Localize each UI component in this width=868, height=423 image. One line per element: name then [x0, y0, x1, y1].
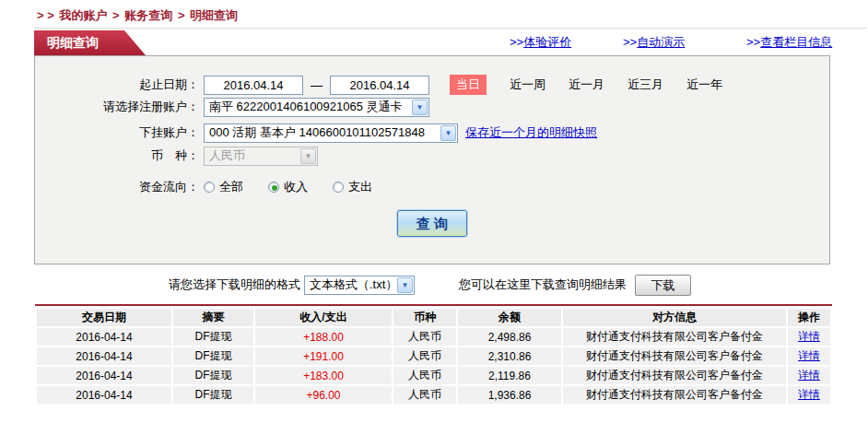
cell-balance: 2,119.86	[458, 367, 561, 384]
cell-action: 详情	[788, 386, 830, 404]
chevron-down-icon[interactable]: ▼	[440, 125, 456, 141]
currency-row: 币 种： 人民币 ▼	[35, 146, 829, 166]
transactions-tbody: 2016-04-14DF提现+188.00人民币2,498.86财付通支付科技有…	[37, 328, 830, 404]
query-button[interactable]: 查 询	[397, 210, 467, 237]
cell-balance: 2,310.86	[458, 347, 561, 365]
table-row: 2016-04-14DF提现+188.00人民币2,498.86财付通支付科技有…	[37, 328, 830, 346]
cell-action: 详情	[788, 328, 830, 346]
cell-action: 详情	[788, 347, 830, 365]
date-from-input[interactable]	[204, 76, 303, 95]
cell-amount: +183.00	[255, 367, 392, 384]
quick-link-year[interactable]: 近一年	[686, 76, 722, 93]
quick-link-three-months[interactable]: 近三月	[628, 76, 663, 93]
date-separator: —	[311, 78, 323, 92]
today-badge[interactable]: 当日	[450, 75, 487, 95]
cell-amount: +191.00	[255, 347, 392, 365]
cell-balance: 1,936.86	[458, 386, 561, 404]
download-button[interactable]: 下载	[635, 275, 691, 296]
flow-direction-label: 资金流向：	[35, 179, 199, 195]
breadcrumb-item-my-account[interactable]: 我的账户	[59, 8, 107, 22]
link-experience-review[interactable]: >>体验评价	[510, 34, 571, 51]
cell-currency: 人民币	[393, 347, 456, 365]
cell-currency: 人民币	[393, 328, 456, 346]
register-account-select[interactable]: 南平 6222001406100921065 灵通卡 ▼	[204, 98, 429, 117]
link-prefix: >>	[746, 35, 760, 49]
cell-amount: +188.00	[255, 328, 392, 346]
breadcrumb-item-detail-query[interactable]: 明细查询	[190, 8, 238, 22]
link-label: 自动演示	[637, 35, 685, 49]
link-label: 查看栏目信息	[760, 35, 832, 49]
flow-direction-row: 资金流向： 全部 收入 支出	[35, 177, 829, 197]
sub-account-select[interactable]: 000 活期 基本户 1406600101102571848 ▼	[204, 123, 458, 143]
detail-link[interactable]: 详情	[798, 330, 820, 343]
table-row: 2016-04-14DF提现+183.00人民币2,119.86财付通支付科技有…	[37, 367, 830, 384]
breadcrumb: > > 我的账户 > 账务查询 > 明细查询	[37, 7, 240, 24]
cell-date: 2016-04-14	[37, 386, 171, 404]
cell-counterparty: 财付通支付科技有限公司客户备付金	[563, 386, 786, 404]
flow-option-all-label[interactable]: 全部	[219, 179, 243, 195]
breadcrumb-item-account-query[interactable]: 账务查询	[124, 8, 172, 22]
cell-date: 2016-04-14	[37, 347, 171, 365]
cell-summary: DF提现	[173, 386, 253, 404]
col-transaction-date: 交易日期	[37, 309, 171, 326]
detail-query-page: > > 我的账户 > 账务查询 > 明细查询 明细查询 >>体验评价 >>自动演…	[0, 0, 868, 423]
flow-radio[interactable]	[333, 182, 344, 193]
query-form-panel: 起止日期： — 当日 近一周 近一月 近三月 近一年 请选择注册账户： 南平 6…	[34, 55, 830, 264]
flow-radio-group: 全部 收入 支出	[204, 179, 397, 195]
table-row: 2016-04-14DF提现+191.00人民币2,310.86财付通支付科技有…	[37, 347, 830, 365]
cell-counterparty: 财付通支付科技有限公司客户备付金	[563, 328, 786, 346]
col-income-expense: 收入/支出	[255, 309, 392, 326]
currency-value: 人民币	[209, 147, 297, 164]
cell-summary: DF提现	[173, 347, 253, 365]
link-prefix: >>	[510, 35, 523, 49]
breadcrumb-prefix: > >	[37, 8, 54, 22]
link-prefix: >>	[623, 35, 637, 49]
register-account-value: 南平 6222001406100921065 灵通卡	[209, 99, 408, 115]
quick-link-month[interactable]: 近一月	[569, 76, 604, 93]
detail-link[interactable]: 详情	[798, 388, 820, 401]
cell-currency: 人民币	[393, 367, 456, 384]
download-format-value: 文本格式（.txt）	[310, 276, 393, 293]
breadcrumb-separator: >	[178, 8, 185, 22]
flow-radio[interactable]	[268, 182, 279, 193]
download-hint: 您可以在这里下载查询明细结果	[459, 276, 627, 293]
table-row: 2016-04-14DF提现+96.00人民币1,936.86财付通支付科技有限…	[37, 386, 830, 404]
cell-balance: 2,498.86	[458, 328, 561, 346]
link-auto-demo[interactable]: >>自动演示	[623, 34, 685, 51]
cell-date: 2016-04-14	[37, 328, 171, 346]
col-action: 操作	[788, 309, 830, 326]
col-currency: 币种	[393, 309, 456, 326]
currency-label: 币 种：	[35, 147, 199, 164]
chevron-down-icon[interactable]: ▼	[412, 100, 428, 115]
cell-date: 2016-04-14	[37, 367, 171, 384]
cell-currency: 人民币	[393, 386, 456, 404]
sub-account-value: 000 活期 基本户 1406600101102571848	[209, 124, 437, 141]
transactions-table: 交易日期 摘要 收入/支出 币种 余额 对方信息 操作 2016-04-14DF…	[35, 304, 832, 405]
date-range-label: 起止日期：	[35, 76, 199, 93]
page-title-tab: 明细查询	[34, 30, 146, 55]
flow-option-expense-label[interactable]: 支出	[348, 179, 372, 195]
snapshot-link[interactable]: 保存近一个月的明细快照	[465, 124, 597, 141]
cell-counterparty: 财付通支付科技有限公司客户备付金	[563, 367, 786, 384]
download-row: 请您选择下载明细的格式 文本格式（.txt） ▼ 您可以在这里下载查询明细结果 …	[169, 273, 691, 297]
register-account-label: 请选择注册账户：	[35, 99, 199, 115]
col-summary: 摘要	[173, 309, 253, 326]
detail-link[interactable]: 详情	[798, 369, 820, 382]
sub-account-label: 下挂账户：	[35, 124, 199, 141]
cell-summary: DF提现	[173, 328, 253, 346]
date-to-input[interactable]	[330, 76, 429, 95]
download-format-select[interactable]: 文本格式（.txt） ▼	[304, 276, 415, 295]
chevron-down-icon: ▼	[300, 148, 316, 164]
sub-account-row: 下挂账户： 000 活期 基本户 1406600101102571848 ▼ 保…	[35, 123, 829, 143]
quick-link-week[interactable]: 近一周	[510, 76, 545, 93]
header-divider	[34, 28, 866, 29]
detail-link[interactable]: 详情	[798, 349, 820, 362]
flow-radio[interactable]	[204, 182, 215, 193]
link-label: 体验评价	[523, 35, 571, 49]
link-view-column-info[interactable]: >>查看栏目信息	[746, 34, 832, 51]
cell-amount: +96.00	[255, 386, 392, 404]
chevron-down-icon[interactable]: ▼	[397, 277, 413, 293]
flow-option-income-label[interactable]: 收入	[284, 179, 308, 195]
col-balance: 余额	[458, 309, 561, 326]
table-header-row: 交易日期 摘要 收入/支出 币种 余额 对方信息 操作	[37, 309, 830, 326]
